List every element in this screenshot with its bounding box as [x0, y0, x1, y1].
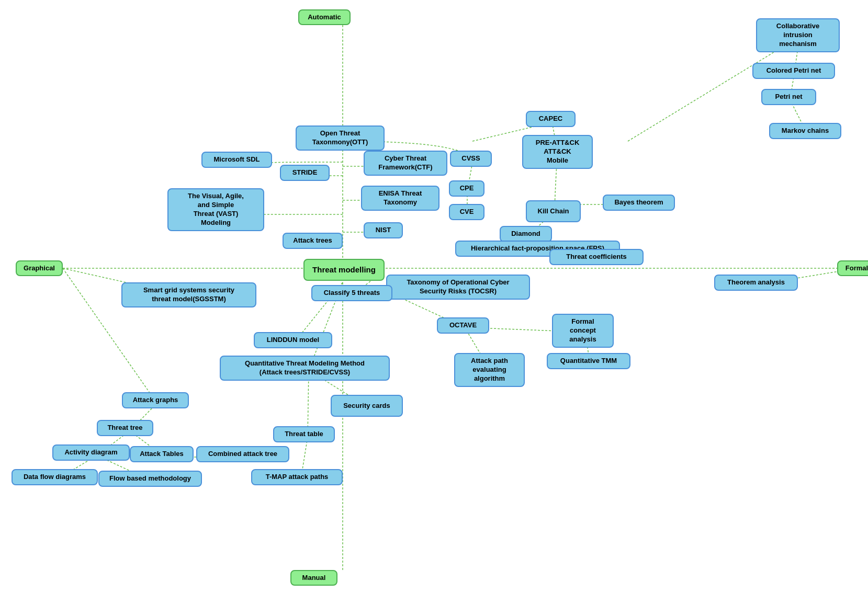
markov-chains-node: Markov chains [769, 123, 841, 139]
capec-node: CAPEC [526, 111, 576, 127]
attack-graphs-node: Attack graphs [122, 392, 189, 408]
tmap-node: T-MAP attack paths [251, 469, 343, 485]
threat-modelling-node: Threat modelling [303, 259, 385, 281]
collaborative-node: Collaborativeintrusionmechanism [756, 18, 840, 52]
security-cards-node: Security cards [331, 395, 403, 417]
formal-node: Formal [837, 260, 868, 276]
automatic-node: Automatic [298, 9, 351, 25]
cpe-node: CPE [449, 180, 484, 197]
mind-map-canvas: Automatic Graphical Threat modelling For… [0, 0, 868, 593]
attack-trees-node: Attack trees [283, 233, 343, 249]
manual-node: Manual [290, 570, 337, 586]
linddun-node: LINDDUN model [254, 332, 332, 348]
enisa-threat-node: ENISA ThreatTaxonomy [361, 186, 439, 211]
quant-threat-node: Quantitative Threat Modeling Method(Atta… [220, 356, 390, 381]
kill-chain-node: Kill Chain [526, 200, 581, 222]
open-threat-node: Open ThreatTaxonmony(OTT) [296, 126, 385, 151]
formal-concept-node: Formalconceptanalysis [552, 314, 614, 348]
colored-petri-node: Colored Petri net [752, 63, 835, 79]
sgsstm-node: Smart grid systems securitythreat model(… [121, 282, 256, 307]
cvss-node: CVSS [450, 151, 492, 167]
theorem-analysis-node: Theorem analysis [714, 275, 798, 291]
threat-coefficients-node: Threat coefficients [549, 249, 644, 265]
quantitative-tmm-node: Quantitative TMM [547, 353, 630, 369]
stride-node: STRIDE [280, 165, 330, 181]
classify-5-node: Classify 5 threats [311, 285, 392, 301]
attack-path-eval-node: Attack pathevaluatingalgorithm [454, 353, 525, 387]
bayes-theorem-node: Bayes theorem [603, 195, 675, 211]
flow-based-node: Flow based methodology [98, 471, 202, 487]
cve-node: CVE [449, 204, 484, 220]
combined-attack-node: Combined attack tree [196, 446, 289, 462]
nist-node: NIST [364, 222, 403, 238]
cyber-threat-fw-node: Cyber ThreatFramework(CTF) [364, 151, 447, 176]
microsoft-sdl-node: Microsoft SDL [201, 152, 272, 168]
data-flow-node: Data flow diagrams [12, 469, 98, 485]
attack-tables-node: Attack Tables [130, 446, 194, 462]
vast-node: The Visual, Agile,and SimpleThreat (VAST… [167, 188, 264, 231]
octave-node: OCTAVE [437, 317, 489, 334]
pre-attck-node: PRE-ATT&CKATT&CKMobile [522, 135, 593, 169]
activity-diagram-node: Activity diagram [52, 444, 130, 461]
diamond-node: Diamond [500, 226, 552, 242]
taxonomy-tocsr-node: Taxonomy of Operational CyberSecurity Ri… [386, 275, 530, 300]
graphical-node: Graphical [16, 260, 63, 276]
threat-table-node: Threat table [273, 426, 335, 442]
threat-tree-node: Threat tree [97, 420, 153, 436]
petri-net-node: Petri net [761, 89, 816, 105]
